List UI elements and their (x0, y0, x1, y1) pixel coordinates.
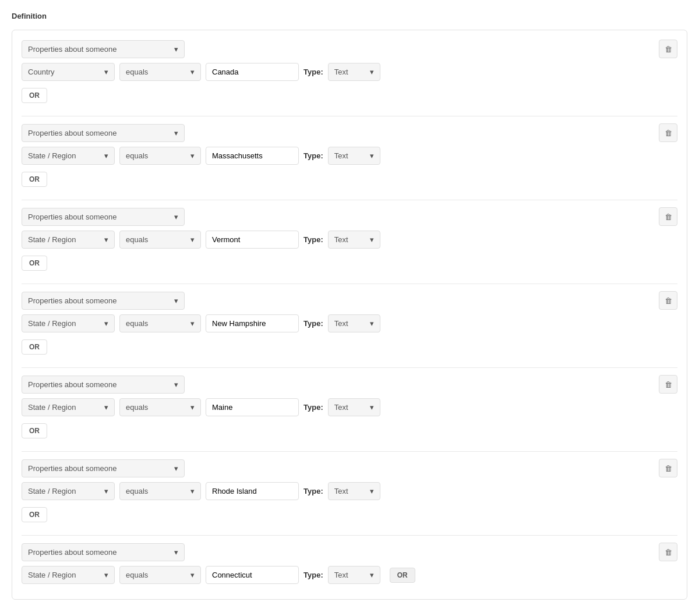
rule-block-5: Properties about someone▾🗑State / Region… (22, 375, 677, 452)
field-label-5: State / Region (28, 403, 76, 412)
operator-label-7: equals (126, 571, 148, 579)
rule-row-1: Country▾equals▾Type:Text▾ (22, 63, 677, 81)
type-dropdown-5[interactable]: Text▾ (328, 398, 380, 416)
rule-header-left-3: Properties about someone▾ (22, 208, 185, 226)
or-button-1[interactable]: OR (22, 88, 47, 103)
operator-dropdown-6[interactable]: equals▾ (119, 482, 201, 500)
type-label-6: Type: (303, 487, 323, 495)
or-button-6[interactable]: OR (22, 507, 47, 522)
operator-label-1: equals (126, 68, 148, 76)
rule-header-7: Properties about someone▾🗑 (22, 543, 677, 561)
or-inline-button-7[interactable]: OR (390, 568, 415, 583)
rule-header-5: Properties about someone▾🗑 (22, 375, 677, 394)
delete-button-1[interactable]: 🗑 (659, 40, 677, 58)
type-value-1: Text (334, 68, 348, 76)
field-chevron-3: ▾ (104, 235, 108, 244)
value-input-3[interactable] (206, 231, 299, 249)
rule-block-6: Properties about someone▾🗑State / Region… (22, 459, 677, 536)
delete-button-6[interactable]: 🗑 (659, 459, 677, 477)
rule-header-3: Properties about someone▾🗑 (22, 207, 677, 226)
value-input-5[interactable] (206, 398, 299, 416)
rule-row-2: State / Region▾equals▾Type:Text▾ (22, 147, 677, 165)
rule-row-4: State / Region▾equals▾Type:Text▾ (22, 314, 677, 332)
properties-label-5: Properties about someone (28, 380, 116, 389)
type-dropdown-1[interactable]: Text▾ (328, 63, 380, 81)
delete-button-4[interactable]: 🗑 (659, 291, 677, 310)
rule-block-1: Properties about someone▾🗑Country▾equals… (22, 40, 677, 116)
or-button-2[interactable]: OR (22, 172, 47, 187)
type-dropdown-4[interactable]: Text▾ (328, 314, 380, 332)
type-chevron-5: ▾ (370, 403, 374, 412)
properties-dropdown-5[interactable]: Properties about someone▾ (22, 376, 185, 394)
value-input-6[interactable] (206, 482, 299, 500)
delete-button-5[interactable]: 🗑 (659, 375, 677, 394)
operator-label-4: equals (126, 319, 148, 328)
trash-icon-4: 🗑 (665, 296, 672, 305)
rule-row-6: State / Region▾equals▾Type:Text▾ (22, 482, 677, 500)
field-label-3: State / Region (28, 235, 76, 244)
type-dropdown-3[interactable]: Text▾ (328, 231, 380, 249)
type-value-7: Text (334, 571, 348, 579)
operator-dropdown-5[interactable]: equals▾ (119, 398, 201, 416)
field-dropdown-1[interactable]: Country▾ (22, 63, 115, 81)
type-chevron-2: ▾ (370, 151, 374, 160)
operator-dropdown-1[interactable]: equals▾ (119, 63, 201, 81)
trash-icon-3: 🗑 (665, 213, 672, 221)
field-chevron-6: ▾ (104, 487, 108, 495)
rule-row-5: State / Region▾equals▾Type:Text▾ (22, 398, 677, 416)
operator-dropdown-3[interactable]: equals▾ (119, 231, 201, 249)
field-label-4: State / Region (28, 319, 76, 328)
properties-label-3: Properties about someone (28, 213, 116, 221)
field-chevron-1: ▾ (104, 68, 108, 76)
or-button-5[interactable]: OR (22, 423, 47, 438)
delete-button-2[interactable]: 🗑 (659, 123, 677, 142)
page-title: Definition (12, 12, 687, 20)
rule-header-left-2: Properties about someone▾ (22, 124, 185, 142)
field-chevron-5: ▾ (104, 403, 108, 412)
type-dropdown-2[interactable]: Text▾ (328, 147, 380, 165)
definition-container: Properties about someone▾🗑Country▾equals… (12, 30, 687, 600)
rule-header-left-1: Properties about someone▾ (22, 40, 185, 58)
delete-button-7[interactable]: 🗑 (659, 543, 677, 561)
field-label-1: Country (28, 68, 55, 76)
value-input-7[interactable] (206, 566, 299, 584)
type-dropdown-7[interactable]: Text▾ (328, 566, 380, 584)
operator-chevron-6: ▾ (190, 487, 195, 495)
properties-chevron-7: ▾ (174, 548, 178, 557)
type-label-3: Type: (303, 235, 323, 244)
trash-icon-7: 🗑 (665, 548, 672, 557)
type-chevron-1: ▾ (370, 68, 374, 76)
value-input-1[interactable] (206, 63, 299, 81)
operator-label-6: equals (126, 487, 148, 495)
properties-dropdown-4[interactable]: Properties about someone▾ (22, 292, 185, 310)
field-dropdown-6[interactable]: State / Region▾ (22, 482, 115, 500)
field-dropdown-7[interactable]: State / Region▾ (22, 566, 115, 584)
operator-chevron-3: ▾ (190, 235, 195, 244)
operator-chevron-1: ▾ (190, 68, 195, 76)
operator-dropdown-4[interactable]: equals▾ (119, 314, 201, 332)
rule-block-3: Properties about someone▾🗑State / Region… (22, 207, 677, 284)
properties-dropdown-6[interactable]: Properties about someone▾ (22, 459, 185, 477)
or-button-3[interactable]: OR (22, 256, 47, 271)
operator-dropdown-2[interactable]: equals▾ (119, 147, 201, 165)
value-input-2[interactable] (206, 147, 299, 165)
field-dropdown-5[interactable]: State / Region▾ (22, 398, 115, 416)
field-dropdown-4[interactable]: State / Region▾ (22, 314, 115, 332)
properties-dropdown-3[interactable]: Properties about someone▾ (22, 208, 185, 226)
value-input-4[interactable] (206, 314, 299, 332)
properties-dropdown-1[interactable]: Properties about someone▾ (22, 40, 185, 58)
type-label-5: Type: (303, 403, 323, 412)
field-chevron-7: ▾ (104, 571, 108, 579)
divider-1 (22, 116, 677, 116)
rule-header-2: Properties about someone▾🗑 (22, 123, 677, 142)
field-dropdown-3[interactable]: State / Region▾ (22, 231, 115, 249)
operator-dropdown-7[interactable]: equals▾ (119, 566, 201, 584)
type-dropdown-6[interactable]: Text▾ (328, 482, 380, 500)
type-value-2: Text (334, 151, 348, 160)
delete-button-3[interactable]: 🗑 (659, 207, 677, 226)
field-dropdown-2[interactable]: State / Region▾ (22, 147, 115, 165)
or-button-4[interactable]: OR (22, 339, 47, 355)
field-chevron-4: ▾ (104, 319, 108, 328)
properties-dropdown-2[interactable]: Properties about someone▾ (22, 124, 185, 142)
properties-dropdown-7[interactable]: Properties about someone▾ (22, 543, 185, 561)
